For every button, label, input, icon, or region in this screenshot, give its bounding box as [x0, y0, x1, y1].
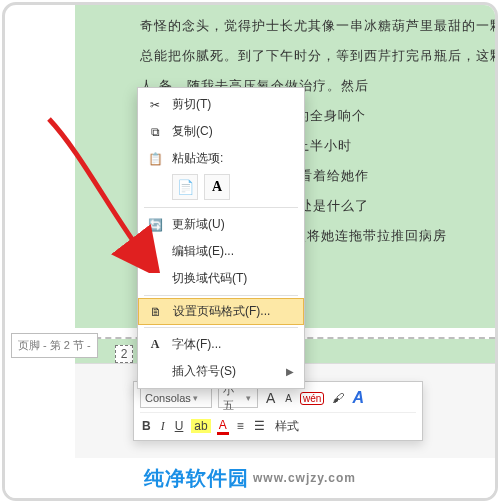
styles-label[interactable]: 样式: [273, 418, 301, 435]
styles-button[interactable]: A: [352, 389, 364, 407]
menu-toggle-field-codes[interactable]: 切换域代码(T): [138, 265, 304, 292]
menu-page-number-format[interactable]: 🗎 设置页码格式(F)...: [138, 298, 304, 325]
menu-font[interactable]: A 字体(F)...: [138, 331, 304, 358]
highlight-button[interactable]: ab: [191, 419, 210, 433]
menu-separator: [144, 327, 298, 328]
paste-icon: 📋: [146, 150, 164, 168]
format-painter-button[interactable]: 🖌: [330, 391, 346, 405]
numbering-button[interactable]: ☰: [252, 419, 267, 433]
watermark-logo: 纯净软件园 www.cwjzy.com: [5, 458, 495, 498]
menu-copy[interactable]: ⧉ 复制(C): [138, 118, 304, 145]
mini-toolbar: Consolas▾ 小五▾ A A wén 🖌 A B I U ab A ≡ ☰…: [133, 381, 423, 441]
footer-section-tab: 页脚 - 第 2 节 -: [11, 333, 98, 358]
menu-paste-options: 📋 粘贴选项:: [138, 145, 304, 172]
menu-edit-field[interactable]: 编辑域(E)...: [138, 238, 304, 265]
refresh-icon: 🔄: [146, 216, 164, 234]
font-icon: A: [146, 336, 164, 354]
italic-button[interactable]: I: [159, 419, 167, 434]
menu-separator: [144, 207, 298, 208]
bullets-button[interactable]: ≡: [235, 419, 246, 433]
submenu-arrow-icon: ▶: [286, 366, 294, 377]
grow-font-button[interactable]: A: [264, 390, 277, 406]
scissors-icon: ✂: [146, 96, 164, 114]
phonetic-guide-button[interactable]: wén: [300, 392, 324, 405]
chevron-down-icon: ▾: [191, 393, 201, 403]
menu-separator: [144, 295, 298, 296]
bold-button[interactable]: B: [140, 419, 153, 433]
underline-button[interactable]: U: [173, 419, 186, 433]
chevron-down-icon: ▾: [244, 393, 253, 403]
shrink-font-button[interactable]: A: [283, 393, 294, 404]
page-number-icon: 🗎: [147, 303, 165, 321]
menu-update-field[interactable]: 🔄 更新域(U): [138, 211, 304, 238]
copy-icon: ⧉: [146, 123, 164, 141]
menu-cut[interactable]: ✂ 剪切(T): [138, 91, 304, 118]
font-family-combo[interactable]: Consolas▾: [140, 388, 212, 408]
paste-keep-formatting-button[interactable]: 📄: [172, 174, 198, 200]
doc-line: 总能把你腻死。到了下午时分，等到西芹打完吊瓶后，这颗糖: [140, 41, 485, 71]
page-number-field[interactable]: 2: [115, 345, 133, 363]
font-size-combo[interactable]: 小五▾: [218, 388, 258, 408]
font-color-button[interactable]: A: [217, 418, 229, 435]
menu-insert-symbol[interactable]: 插入符号(S) ▶: [138, 358, 304, 385]
paste-text-only-button[interactable]: A: [204, 174, 230, 200]
doc-line: 奇怪的念头，觉得护士长尤其像一串冰糖葫芦里最甜的一颗: [140, 11, 485, 41]
context-menu: ✂ 剪切(T) ⧉ 复制(C) 📋 粘贴选项: 📄 A 🔄 更新域(U) 编辑域…: [137, 87, 305, 389]
